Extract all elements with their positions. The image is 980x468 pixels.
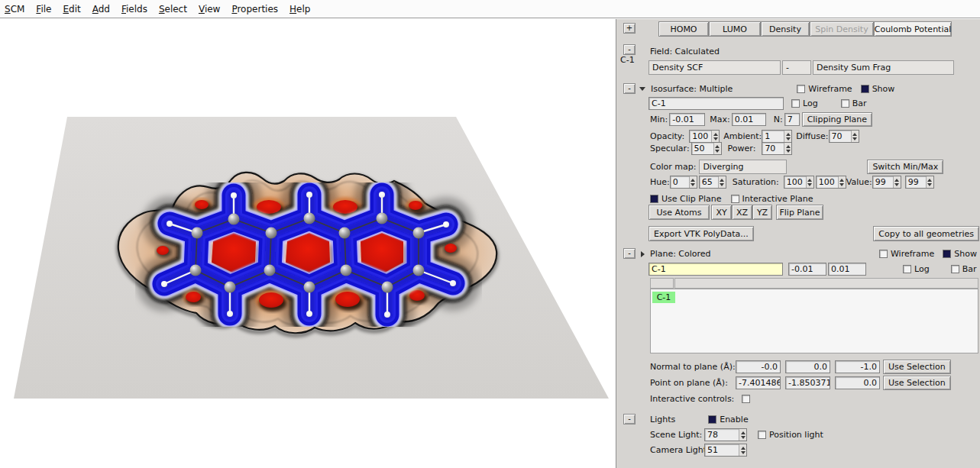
export-vtk-button[interactable]: Export VTK PolyData... [648,226,754,241]
value-max-spinner[interactable]: 99 [905,176,934,189]
specular-spinner[interactable]: 50 [691,142,722,155]
xy-button[interactable]: XY [711,205,732,220]
scene-light-spinner[interactable]: 78 [704,428,747,441]
tab-density[interactable]: Density [761,21,810,37]
camera-light-spinner[interactable]: 51 [704,444,747,457]
plane-max-input[interactable]: 0.01 [828,263,866,276]
switch-minmax-button[interactable]: Switch Min/Max [867,160,943,174]
spinner-arrows-icon[interactable] [713,143,721,154]
chevron-right-icon[interactable] [641,251,645,257]
spinner-arrows-icon[interactable] [739,444,746,456]
colormap-select[interactable]: Diverging [699,160,787,174]
interactive-plane-checkbox[interactable] [731,195,739,203]
3d-viewport[interactable] [0,19,616,468]
spinner-arrows-icon[interactable] [711,131,719,142]
field-secondary-select[interactable]: Density Sum Frag [813,60,954,75]
clipping-plane-button[interactable]: Clipping Plane [802,112,872,127]
collapse-lights-button[interactable]: - [623,414,636,424]
field-operator-select[interactable]: - [782,60,811,75]
collapse-plane-button[interactable]: - [623,248,636,259]
copy-to-all-geometries-button[interactable]: Copy to all geometries [873,226,979,241]
ambient-spinner[interactable]: 1 [762,130,792,143]
use-selection-normal-button[interactable]: Use Selection [883,360,951,374]
flip-plane-button[interactable]: Flip Plane [776,205,823,220]
normal-x-input[interactable]: -0.0 [736,360,781,373]
isosurface-bar-checkbox[interactable] [841,99,849,108]
spinner-arrows-icon[interactable] [893,176,901,188]
plane-preset-row: Use Atoms XY XZ YZ Flip Plane [648,205,823,220]
iso-n-input[interactable]: 7 [784,113,800,126]
menu-fields[interactable]: Fields [121,4,147,15]
menu-edit[interactable]: Edit [63,4,80,15]
spinner-arrows-icon[interactable] [784,143,791,154]
colormap-row: Color map: Diverging Switch Min/Max [650,160,943,174]
plane-show-checkbox[interactable] [943,250,951,258]
plane-wireframe-checkbox[interactable] [879,250,888,258]
diffuse-spinner[interactable]: 70 [829,130,859,143]
menu-add[interactable]: Add [92,4,110,15]
spinner-arrows-icon[interactable] [806,176,813,188]
position-light-checkbox[interactable] [758,431,766,439]
spinner-arrows-icon[interactable] [926,176,933,188]
use-atoms-button[interactable]: Use Atoms [648,205,710,220]
lights-enable-checkbox[interactable] [708,415,716,424]
isosurface-wireframe-checkbox[interactable] [797,85,805,93]
plane-log-checkbox[interactable] [903,265,911,273]
plane-bar-checkbox[interactable] [951,265,959,273]
isosurface-opacity-row: Opacity: 100 Ambient: 1 Diffuse: 70 [650,130,859,143]
collapse-isosurface-button[interactable]: - [623,83,636,94]
spinner-arrows-icon[interactable] [739,429,746,441]
menu-select[interactable]: Select [159,4,187,15]
isosurface-log-checkbox[interactable] [791,99,800,108]
normal-y-input[interactable]: 0.0 [785,360,830,373]
opacity-spinner[interactable]: 100 [689,130,720,143]
plane-list-item-c1[interactable]: C-1 [652,292,675,303]
point-x-input[interactable]: -7.401486 [736,376,781,389]
menu-scm[interactable]: SCM [5,4,24,15]
saturation-max-spinner[interactable]: 100 [816,176,846,189]
collapse-field-button[interactable]: - [623,44,636,55]
power-spinner[interactable]: 70 [762,142,792,155]
hue-min-spinner[interactable]: 0 [670,176,697,189]
isosurface-name-row: C-1 Log Bar [648,97,866,110]
point-y-input[interactable]: -1.850371 [785,376,830,389]
chevron-down-icon[interactable] [639,87,645,91]
plane-list[interactable]: C-1 [650,289,978,353]
plane-name-input[interactable]: C-1 [648,263,783,276]
plane-header: Plane: Colored Wireframe Show [641,249,977,259]
plane-min-input[interactable]: -0.01 [788,263,826,276]
xz-button[interactable]: XZ [732,205,752,220]
yz-button[interactable]: YZ [752,205,772,220]
menu-bar: SCM File Edit Add Fields Select View Pro… [0,0,980,18]
iso-min-input[interactable]: -0.01 [669,113,705,126]
saturation-min-spinner[interactable]: 100 [784,176,814,189]
point-on-plane-row: Point on plane (Å): -7.401486 -1.850371 … [650,376,951,390]
scene-light-row: Scene Light: 78 Position light [650,428,823,441]
point-z-input[interactable]: 0.0 [835,376,880,389]
interactive-controls-checkbox[interactable] [742,395,750,403]
use-selection-point-button[interactable]: Use Selection [883,376,951,390]
tab-spin-density[interactable]: Spin Density [810,21,874,37]
value-min-spinner[interactable]: 99 [872,176,901,189]
menu-file[interactable]: File [36,4,51,15]
normal-z-input[interactable]: -1.0 [835,360,880,373]
spinner-arrows-icon[interactable] [689,176,697,188]
iso-max-input[interactable]: 0.01 [732,113,766,126]
spinner-arrows-icon[interactable] [838,176,846,188]
plane-list-header-col1 [650,278,674,289]
menu-help[interactable]: Help [289,4,310,15]
isosurface-name-input[interactable]: C-1 [648,97,784,110]
spinner-arrows-icon[interactable] [851,131,859,142]
menu-view[interactable]: View [199,4,220,15]
tab-homo[interactable]: HOMO [658,21,709,37]
field-primary-select[interactable]: Density SCF [648,60,781,75]
use-clip-plane-checkbox[interactable] [650,195,658,203]
spinner-arrows-icon[interactable] [718,176,726,188]
menu-properties[interactable]: Properties [231,4,278,15]
isosurface-show-checkbox[interactable] [861,85,869,93]
spinner-arrows-icon[interactable] [784,131,791,142]
tab-coulomb-potential[interactable]: Coulomb Potential [874,21,952,37]
hue-max-spinner[interactable]: 65 [699,176,726,189]
tab-lumo[interactable]: LUMO [709,21,761,37]
expand-section-button[interactable]: + [623,23,636,34]
